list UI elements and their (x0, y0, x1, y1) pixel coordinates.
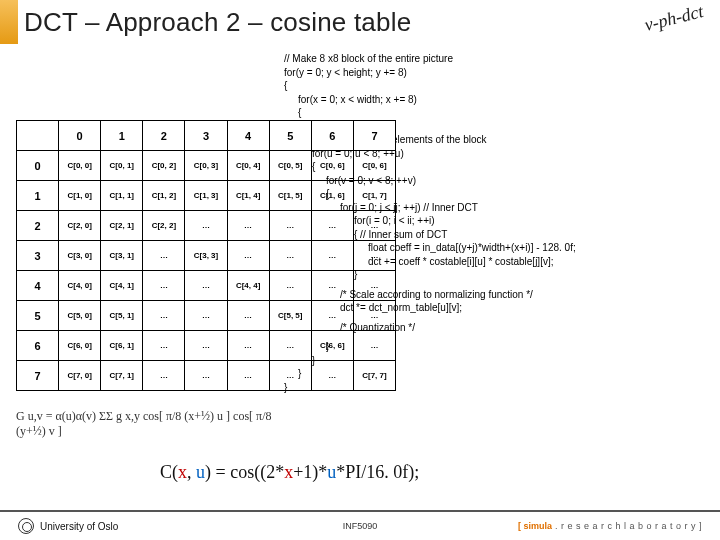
cell: … (227, 361, 269, 391)
cell: C[2, 2] (143, 211, 185, 241)
cosine-function-definition: C(x, u) = cos((2*x+1)*u*PI/16. 0f); (160, 462, 419, 483)
slide-title: DCT – Approach 2 – cosine table (24, 7, 411, 38)
simula-rest: . r e s e a r c h l a b o r a t o r y ] (552, 521, 702, 531)
cell: … (143, 241, 185, 271)
table-row: 1 C[1, 0] C[1, 1] C[1, 2] C[1, 3] C[1, 4… (17, 181, 396, 211)
cell: C[2, 0] (59, 211, 101, 241)
cell: … (353, 331, 395, 361)
row-header: 2 (17, 211, 59, 241)
cell: C[0, 6] (311, 151, 353, 181)
cell: … (185, 301, 227, 331)
cell: … (353, 241, 395, 271)
cell: … (269, 361, 311, 391)
col-header: 6 (311, 121, 353, 151)
cell: C[3, 1] (101, 241, 143, 271)
col-header: 4 (227, 121, 269, 151)
cell: C[1, 0] (59, 181, 101, 211)
cfun-x: x (284, 462, 293, 482)
cell: … (143, 361, 185, 391)
col-header: 3 (185, 121, 227, 151)
cell: C[7, 7] (353, 361, 395, 391)
table-row: 6 C[6, 0] C[6, 1] … … … … C[6, 6] … (17, 331, 396, 361)
cell: C[0, 4] (227, 151, 269, 181)
code-line: for(y = 0; y < height; y += 8) (270, 66, 712, 80)
cell: … (269, 241, 311, 271)
footer-uio: University of Oslo (40, 521, 118, 532)
cell: C[5, 0] (59, 301, 101, 331)
cell: C[7, 1] (101, 361, 143, 391)
cell: … (227, 241, 269, 271)
cell: C[0, 3] (185, 151, 227, 181)
col-header: 5 (269, 121, 311, 151)
cell: … (185, 211, 227, 241)
table-row: 7 C[7, 0] C[7, 1] … … … … … C[7, 7] (17, 361, 396, 391)
cell: C[4, 4] (227, 271, 269, 301)
code-line: { (270, 79, 712, 93)
cell: … (269, 331, 311, 361)
table-row: 4 C[4, 0] C[4, 1] … … C[4, 4] … … … (17, 271, 396, 301)
cell: C[1, 3] (185, 181, 227, 211)
cell: C[0, 0] (59, 151, 101, 181)
cell: C[6, 0] (59, 331, 101, 361)
footer-lab: [ simula . r e s e a r c h l a b o r a t… (518, 521, 702, 531)
cell: C[0, 5] (269, 151, 311, 181)
table-row: 2 C[2, 0] C[2, 1] C[2, 2] … … … … … (17, 211, 396, 241)
cell: … (311, 241, 353, 271)
cell: C[1, 7] (353, 181, 395, 211)
col-header: 0 (59, 121, 101, 151)
cfun-text: *PI/16. 0f); (336, 462, 419, 482)
cell: … (185, 361, 227, 391)
row-header: 1 (17, 181, 59, 211)
formula-text: G u,v = α(u)α(v) ΣΣ g x,y cos[ π/8 (x+½)… (16, 409, 276, 439)
cell: C[7, 0] (59, 361, 101, 391)
cell: … (269, 211, 311, 241)
cell: C[5, 5] (269, 301, 311, 331)
cell: … (227, 301, 269, 331)
cell: … (143, 301, 185, 331)
cell: C[1, 5] (269, 181, 311, 211)
row-header: 5 (17, 301, 59, 331)
cell: … (353, 271, 395, 301)
code-line: for(x = 0; x < width; x += 8) (270, 93, 712, 107)
col-header: 1 (101, 121, 143, 151)
cell: C[0, 6] (353, 151, 395, 181)
cell: C[2, 1] (101, 211, 143, 241)
cell: … (353, 211, 395, 241)
cfun-text: , (187, 462, 196, 482)
cfun-x: x (178, 462, 187, 482)
cfun-text: ) = cos((2* (205, 462, 284, 482)
cell: C[0, 1] (101, 151, 143, 181)
cell: … (311, 361, 353, 391)
cell: … (311, 301, 353, 331)
cfun-u: u (327, 462, 336, 482)
row-header: 3 (17, 241, 59, 271)
cell: … (185, 271, 227, 301)
cell: … (311, 211, 353, 241)
col-header: 7 (353, 121, 395, 151)
footer: University of Oslo INF5090 [ simula . r … (0, 510, 720, 540)
row-header: 0 (17, 151, 59, 181)
col-header: 2 (143, 121, 185, 151)
cell: … (269, 271, 311, 301)
cell: … (185, 331, 227, 361)
dct-formula: G u,v = α(u)α(v) ΣΣ g x,y cos[ π/8 (x+½)… (16, 402, 276, 446)
row-header: 4 (17, 271, 59, 301)
cell: C[5, 1] (101, 301, 143, 331)
code-line: { (270, 106, 712, 120)
cfun-text: C( (160, 462, 178, 482)
cell: C[6, 1] (101, 331, 143, 361)
cell: C[4, 1] (101, 271, 143, 301)
row-header: 7 (17, 361, 59, 391)
table-corner (17, 121, 59, 151)
row-header: 6 (17, 331, 59, 361)
simula-label: [ simula (518, 521, 552, 531)
uio-logo-icon (18, 518, 34, 534)
cell: C[1, 2] (143, 181, 185, 211)
cell: C[4, 0] (59, 271, 101, 301)
title-bar: DCT – Approach 2 – cosine table (0, 0, 720, 44)
cosine-table: 0 1 2 3 4 5 6 7 0 C[0, 0] C[0, 1] C[0, 2… (16, 120, 396, 391)
table-row: 0 C[0, 0] C[0, 1] C[0, 2] C[0, 3] C[0, 4… (17, 151, 396, 181)
cell: C[3, 0] (59, 241, 101, 271)
cell: … (227, 331, 269, 361)
footer-course: INF5090 (343, 521, 378, 531)
